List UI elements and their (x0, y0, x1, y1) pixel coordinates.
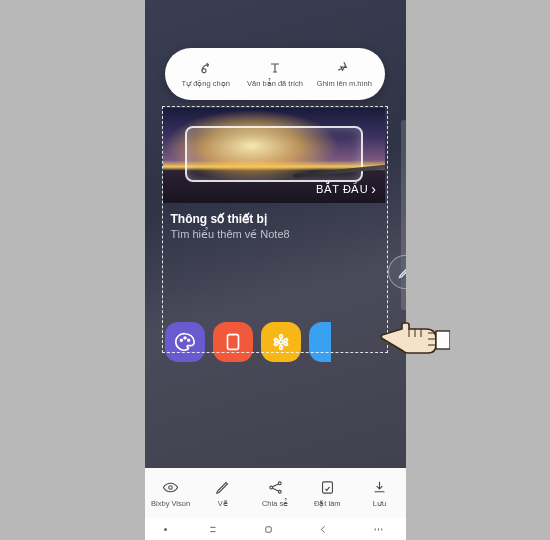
svg-point-8 (278, 490, 281, 493)
text-icon (266, 60, 284, 76)
extract-text-label: Văn bản đã trích (247, 79, 303, 88)
draw-label: Vẽ (218, 499, 228, 508)
auto-select-icon (197, 60, 215, 76)
svg-rect-9 (322, 481, 332, 492)
bixby-label: Bixby Vison (151, 499, 190, 508)
svg-point-5 (169, 485, 173, 489)
recents-icon[interactable] (207, 523, 222, 536)
download-icon (370, 479, 389, 496)
setas-icon (318, 479, 337, 496)
svg-point-6 (269, 486, 272, 489)
nav-extra-icon[interactable] (371, 523, 386, 536)
auto-select-label: Tự động chọn (181, 79, 229, 88)
air-command-button[interactable] (388, 255, 406, 289)
pin-screen-button[interactable]: Ghim lên m.hình (310, 60, 379, 88)
setas-label: Đặt làm (314, 499, 341, 508)
svg-point-7 (278, 481, 281, 484)
bottom-toolbar: Bixby Vison Vẽ Chia sẻ Đặt làm Lưu (145, 468, 406, 518)
svg-rect-11 (436, 331, 450, 349)
system-nav-bar (145, 518, 406, 540)
save-button[interactable]: Lưu (353, 468, 405, 518)
draw-button[interactable]: Vẽ (197, 468, 249, 518)
auto-select-button[interactable]: Tự động chọn (171, 60, 240, 88)
selection-marquee[interactable] (162, 106, 388, 353)
share-icon (266, 479, 285, 496)
nav-assist-dot[interactable] (164, 528, 167, 531)
pin-icon (335, 60, 353, 76)
svg-rect-10 (266, 526, 271, 531)
share-button[interactable]: Chia sẻ (249, 468, 301, 518)
share-label: Chia sẻ (262, 499, 288, 508)
home-icon[interactable] (261, 523, 276, 536)
pen-icon (397, 265, 406, 280)
set-as-button[interactable]: Đặt làm (301, 468, 353, 518)
smart-select-pill: Tự động chọn Văn bản đã trích Ghim lên m… (165, 48, 385, 100)
back-icon[interactable] (316, 523, 331, 536)
eye-icon (161, 479, 180, 496)
phone-frame: Tự động chọn Văn bản đã trích Ghim lên m… (145, 0, 406, 540)
extract-text-button[interactable]: Văn bản đã trích (240, 60, 309, 88)
save-label: Lưu (373, 499, 386, 508)
pin-screen-label: Ghim lên m.hình (317, 79, 372, 88)
pencil-icon (213, 479, 232, 496)
bixby-vision-button[interactable]: Bixby Vison (145, 468, 197, 518)
pointing-hand-cursor (380, 315, 450, 363)
